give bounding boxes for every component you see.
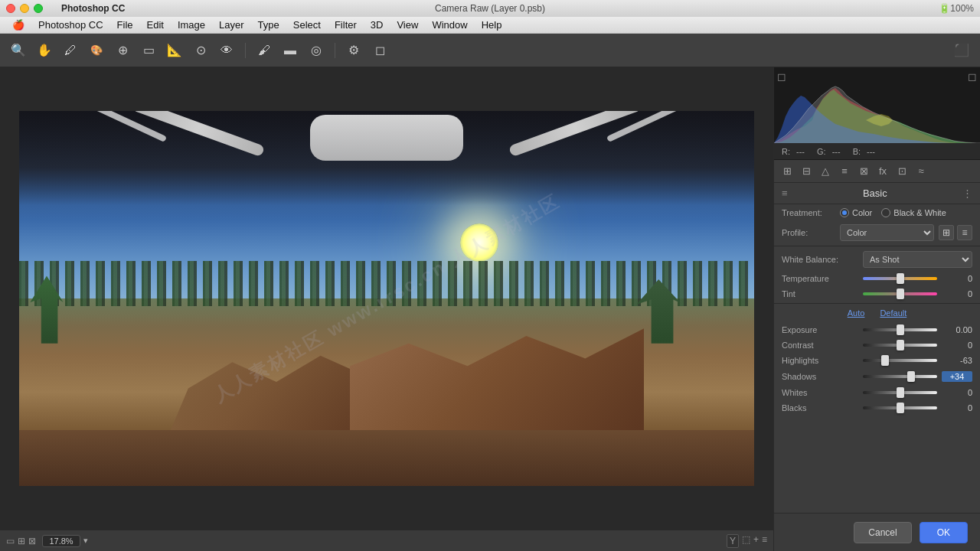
zoom-dropdown-icon[interactable]: ▾ [83, 536, 88, 546]
toolbar-separator-2 [335, 43, 335, 58]
whites-value[interactable]: 0 [942, 388, 972, 397]
menu-3d[interactable]: 3D [364, 18, 390, 32]
color-sampler-tool[interactable]: 🎨 [86, 40, 107, 61]
menu-edit[interactable]: Edit [141, 18, 170, 32]
spot-removal-tool[interactable]: ⊙ [190, 40, 211, 61]
hand-tool[interactable]: ✋ [34, 40, 55, 61]
settings-icon[interactable]: ≡ [762, 534, 767, 548]
exposure-label: Exposure [782, 325, 858, 334]
crop-tool[interactable]: ▭ [138, 40, 159, 61]
highlights-value[interactable]: -63 [942, 356, 972, 365]
blacks-slider-area [863, 406, 937, 409]
radio-bw-circle[interactable] [881, 208, 890, 217]
panel-tab-fx[interactable]: fx [874, 163, 891, 180]
maximize-button[interactable] [34, 4, 43, 13]
layout-icon-2[interactable]: ⊞ [18, 536, 25, 546]
shadows-thumb[interactable] [907, 371, 915, 382]
ok-button[interactable]: OK [920, 522, 968, 543]
minimize-button[interactable] [20, 4, 29, 13]
full-screen-tool[interactable]: ⬛ [951, 40, 972, 61]
whites-track[interactable] [863, 391, 937, 394]
window-title: Camera Raw (Layer 0.psb) [435, 3, 545, 14]
temperature-value[interactable]: 0 [942, 274, 972, 283]
profile-grid-icon[interactable]: ⊞ [939, 225, 954, 240]
panel-title: Basic [788, 187, 962, 199]
contrast-thumb[interactable] [897, 340, 904, 350]
title-bar: Photoshop CC Camera Raw (Layer 0.psb) 🔋1… [0, 0, 980, 17]
b-label: B: [853, 147, 861, 156]
shadows-value[interactable]: +34 [942, 371, 972, 382]
menu-select[interactable]: Select [287, 18, 327, 32]
close-button[interactable] [6, 4, 15, 13]
shadows-track[interactable] [863, 375, 937, 378]
menu-view[interactable]: View [390, 18, 424, 32]
auto-button[interactable]: Auto [848, 308, 865, 318]
panel-tab-split-toning[interactable]: ⊠ [855, 163, 872, 180]
white-balance-tool[interactable]: 🖊 [60, 40, 81, 61]
menu-image[interactable]: Image [172, 18, 211, 32]
tint-track[interactable] [863, 292, 937, 295]
panel-tab-detail[interactable]: △ [817, 163, 834, 180]
radio-color-circle[interactable] [840, 208, 849, 217]
temperature-thumb[interactable] [897, 273, 904, 284]
blacks-track[interactable] [863, 406, 937, 409]
shadows-row: Shadows +34 [774, 368, 980, 385]
panel-tab-hsl[interactable]: ≡ [836, 163, 853, 180]
menu-layer[interactable]: Layer [213, 18, 250, 32]
radial-filter-tool[interactable]: ◎ [305, 40, 327, 61]
blacks-value[interactable]: 0 [942, 403, 972, 412]
exposure-thumb[interactable] [897, 324, 904, 335]
panel-collapse-icon[interactable]: ≡ [782, 187, 788, 199]
temperature-track[interactable] [863, 277, 937, 280]
radio-color[interactable]: Color [840, 208, 872, 217]
panel-menu-icon[interactable]: ⋮ [962, 187, 972, 199]
blacks-thumb[interactable] [897, 403, 904, 413]
exposure-row: Exposure 0.00 [774, 322, 980, 337]
temperature-row: Temperature 0 [774, 271, 980, 286]
tint-thumb[interactable] [897, 289, 904, 299]
panel-tab-tone-curve[interactable]: ⊟ [798, 163, 815, 180]
panorama-image[interactable]: 人人素材社区 www.rrsc.cn 人人素材社区 [19, 111, 754, 486]
layout-icon-3[interactable]: ⊠ [28, 536, 36, 546]
panel-tab-basic[interactable]: ⊞ [779, 163, 795, 180]
menu-type[interactable]: Type [252, 18, 286, 32]
highlights-thumb[interactable] [881, 355, 889, 366]
menu-help[interactable]: Help [475, 18, 508, 32]
whites-thumb[interactable] [897, 387, 904, 398]
zoom-value[interactable]: 17.8% [42, 535, 80, 547]
menu-filter[interactable]: Filter [328, 18, 363, 32]
zoom-tool[interactable]: 🔍 [8, 40, 29, 61]
highlights-track[interactable] [863, 359, 937, 362]
preferences-tool[interactable]: ⚙ [343, 40, 364, 61]
add-icon[interactable]: + [753, 534, 759, 548]
menu-photoshop[interactable]: Photoshop CC [32, 18, 109, 32]
radio-bw[interactable]: Black & White [881, 208, 946, 217]
contrast-track[interactable] [863, 344, 937, 347]
adjustment-brush-tool[interactable]: 🖌 [253, 40, 275, 61]
profile-select[interactable]: Color [840, 224, 934, 241]
cancel-button[interactable]: Cancel [854, 522, 911, 543]
tint-value[interactable]: 0 [942, 289, 972, 298]
image-container[interactable]: 人人素材社区 www.rrsc.cn 人人素材社区 [0, 67, 773, 530]
preview-tool[interactable]: ◻ [369, 40, 390, 61]
whites-label: Whites [782, 388, 858, 397]
panel-tab-lens[interactable]: ⊡ [893, 163, 910, 180]
menu-file[interactable]: File [111, 18, 139, 32]
histogram-area: ◻ ◻ [774, 67, 980, 144]
graduated-filter-tool[interactable]: ▬ [279, 40, 301, 61]
wb-select[interactable]: As Shot Auto Daylight Cloudy Shade Tungs… [863, 251, 972, 268]
exposure-value[interactable]: 0.00 [942, 325, 972, 334]
contrast-value[interactable]: 0 [942, 341, 972, 350]
panel-tab-calibration[interactable]: ≈ [913, 163, 929, 180]
menu-apple[interactable]: 🍎 [6, 18, 31, 32]
default-button[interactable]: Default [880, 308, 906, 318]
red-eye-tool[interactable]: 👁 [216, 40, 237, 61]
y-icon[interactable]: Y [727, 534, 739, 548]
layout-icon-1[interactable]: ▭ [6, 536, 15, 546]
save-icon[interactable]: ⬚ [742, 534, 750, 548]
profile-list-icon[interactable]: ≡ [957, 225, 972, 240]
menu-window[interactable]: Window [426, 18, 473, 32]
straighten-tool[interactable]: 📐 [164, 40, 185, 61]
targeted-adjustment-tool[interactable]: ⊕ [112, 40, 133, 61]
exposure-track[interactable] [863, 328, 937, 331]
